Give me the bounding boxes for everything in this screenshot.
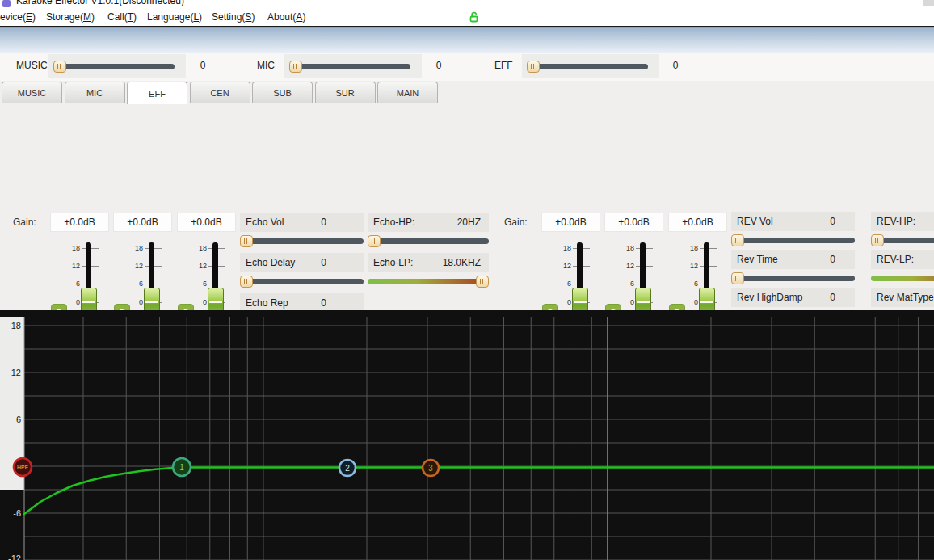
eq-marker-hpf[interactable]: HPF (14, 458, 32, 476)
echo-slider-0-handle[interactable] (240, 235, 253, 247)
eff-master-slider[interactable] (527, 61, 648, 73)
fader-tick-label-l: 6 (127, 280, 143, 288)
eq-response-graph: 181260-6-12HPF123 (0, 317, 934, 560)
gain-value-box-l-2[interactable]: +0.0dB (177, 213, 236, 232)
menu-item-setting[interactable]: Setting(S) (212, 8, 255, 26)
menu-item-evice[interactable]: evice(E) (0, 8, 36, 26)
fader-tick-label-l: 6 (64, 280, 80, 288)
gain-value-box-r-0[interactable]: +0.0dB (541, 213, 600, 232)
rev-filter-label-0: REV-HP: (871, 216, 915, 227)
echo-filter-slider-0[interactable] (368, 235, 489, 247)
rev-filter-label-1: REV-LP: (871, 254, 914, 265)
eq-marker-2[interactable]: 2 (339, 460, 356, 476)
music-master-slider-track[interactable] (53, 64, 175, 69)
unlock-icon (467, 11, 480, 23)
gain-value-box-r-2[interactable]: +0.0dB (668, 213, 727, 232)
mic-label: MIC (257, 60, 275, 71)
rev-filter-slider-1-track[interactable] (871, 276, 934, 281)
eff-master-slider-track[interactable] (527, 64, 648, 69)
rev-filter-header-0: REV-HP: (871, 212, 934, 231)
gain-value-box-l-1[interactable]: +0.0dB (113, 213, 172, 232)
fader-tick-label-r: 18 (555, 244, 571, 252)
window-title: Karaoke Effector V1.0.1(Disconnected) (16, 0, 184, 6)
rev-header-1: Rev Time0 (731, 250, 855, 269)
echo-slider-0[interactable] (240, 235, 364, 247)
menu-item-about[interactable]: About(A) (267, 8, 305, 26)
tab-music[interactable]: MUSIC (2, 82, 62, 103)
title-bar: Karaoke Effector V1.0.1(Disconnected) (0, 0, 934, 8)
menu-item-storage[interactable]: Storage(M) (46, 8, 95, 26)
tab-sur[interactable]: SUR (315, 82, 376, 103)
rev-value-0: 0 (830, 216, 835, 227)
fader-tick-label-r: 12 (555, 262, 571, 270)
rev-slider-0-track[interactable] (731, 238, 855, 243)
eq-marker-1[interactable]: 1 (173, 458, 191, 476)
menu-item-language[interactable]: Language(L) (147, 8, 202, 26)
echo-filter-slider-1-handle[interactable] (476, 276, 489, 288)
mic-master-slider[interactable] (289, 61, 410, 73)
echo-filter-header-0: Echo-HP:20HZ (368, 213, 489, 232)
mic-master-slider-track[interactable] (289, 64, 410, 69)
fader-tick-label-r: 6 (618, 280, 634, 288)
rev-header-0: REV Vol0 (731, 212, 855, 231)
svg-text:3: 3 (428, 464, 433, 473)
echo-filter-slider-1[interactable] (368, 276, 489, 288)
echo-label-1: Echo Delay (240, 257, 295, 268)
rev-slider-0[interactable] (731, 234, 855, 246)
menu-item-call[interactable]: Call(T) (107, 8, 137, 26)
music-master-slider-handle[interactable] (53, 61, 66, 73)
echo-slider-1-track[interactable] (240, 279, 364, 284)
rev-header-2: Rev HighDamp0 (731, 288, 855, 307)
tab-main[interactable]: MAIN (377, 82, 438, 103)
echo-slider-1-handle[interactable] (240, 276, 253, 288)
toolbar-band (0, 27, 934, 53)
mic-master-slider-handle[interactable] (289, 61, 302, 73)
master-slider-row: MUSIC0MIC0EFF0 (0, 53, 934, 81)
fader-tick-label-l: 6 (191, 280, 207, 288)
fader-tick-label-r: 6 (682, 280, 698, 288)
echo-filter-slider-0-track[interactable] (368, 238, 489, 244)
fader-tick-label-l: 18 (127, 244, 143, 252)
fader-tick-label-l: 18 (64, 244, 80, 252)
rev-filter-slider-0[interactable] (871, 234, 934, 246)
y-axis-tick-6: 6 (16, 415, 21, 424)
eq-marker-3[interactable]: 3 (423, 460, 439, 476)
echo-slider-0-track[interactable] (240, 238, 364, 244)
tab-eff[interactable]: EFF (127, 82, 187, 104)
echo-filter-slider-0-handle[interactable] (368, 235, 381, 247)
echo-filter-label-0: Echo-HP: (368, 217, 414, 228)
echo-header-1: Echo Delay0 (240, 253, 364, 272)
rev-filter-header-1: REV-LP: (871, 250, 934, 269)
rev-slider-1[interactable] (731, 272, 855, 284)
rev-slider-1-handle[interactable] (731, 272, 744, 284)
echo-slider-1[interactable] (240, 276, 364, 288)
echo-value-1: 0 (321, 257, 326, 268)
rev-slider-0-handle[interactable] (731, 234, 744, 246)
window-control-fragment (923, 0, 934, 6)
tab-cen[interactable]: CEN (190, 82, 250, 103)
echo-value-0: 0 (321, 217, 326, 228)
gain-value-box-l-0[interactable]: +0.0dB (50, 213, 109, 232)
app-icon (2, 0, 11, 7)
rev-filter-slider-1[interactable] (871, 272, 934, 284)
rev-value-2: 0 (830, 292, 835, 303)
eff-label: EFF (494, 60, 513, 71)
gain-label-r: Gain: (504, 217, 528, 228)
y-axis-tick--12: -12 (8, 554, 21, 560)
eff-master-slider-handle[interactable] (527, 61, 540, 73)
music-master-slider[interactable] (53, 61, 175, 73)
y-axis-tick-12: 12 (11, 368, 21, 377)
eq-curve (24, 468, 934, 515)
svg-text:HPF: HPF (17, 465, 28, 470)
rev-filter-slider-0-handle[interactable] (871, 234, 884, 246)
rev-slider-1-track[interactable] (731, 276, 855, 281)
tab-sub[interactable]: SUB (252, 82, 313, 103)
svg-text:2: 2 (345, 464, 350, 473)
echo-filter-header-1: Echo-LP:18.0KHZ (368, 253, 489, 272)
menu-bar: evice(E)Storage(M)Call(T)Language(L)Sett… (0, 8, 934, 27)
effects-panel: Gain:Type:Freq:Q:+0.0dB+0.0dB+0.0dB50Hz1… (0, 104, 934, 310)
tab-mic[interactable]: MIC (65, 82, 125, 103)
rev-filter-header-2: Rev MatType (871, 288, 934, 307)
gain-value-box-r-1[interactable]: +0.0dB (604, 213, 663, 232)
echo-filter-slider-1-track[interactable] (368, 279, 489, 284)
